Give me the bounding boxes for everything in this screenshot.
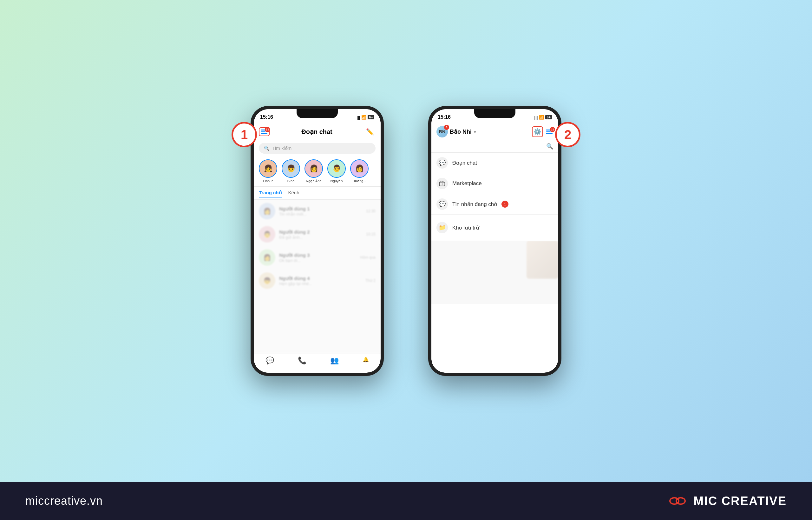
battery-icon-1: 6+ xyxy=(368,115,374,120)
story-item-0[interactable]: 👧 Linh P xyxy=(259,159,277,183)
nav-messages-icon-1: 💬 xyxy=(265,357,274,365)
nav-people-1[interactable]: 👥 xyxy=(330,357,339,370)
status-time-1: 15:16 xyxy=(260,114,273,120)
compose-icon-1: ✏️ xyxy=(366,128,374,135)
app-header-1: 13 Đoạn chat ✏️ xyxy=(254,124,381,140)
story-avatar-4: 👩 xyxy=(350,159,369,178)
story-item-4[interactable]: 👩 Hương... xyxy=(350,159,369,183)
story-avatar-1: 👦 xyxy=(282,159,300,178)
settings-button-2[interactable]: ⚙️ xyxy=(532,126,543,137)
story-item-2[interactable]: 👩 Ngọc Ánh xyxy=(305,159,323,183)
tab-home-1[interactable]: Trang chủ xyxy=(259,188,282,198)
step-number-1: 1 xyxy=(231,122,257,147)
hamburger-icon-2: 13 xyxy=(545,129,553,135)
phone-notch xyxy=(297,109,338,118)
menu-marketplace-icon xyxy=(437,178,448,189)
story-name-3: Nguyễn xyxy=(331,179,343,183)
story-name-4: Hương... xyxy=(353,179,366,183)
wifi-icon-2: 📶 xyxy=(539,115,544,120)
chat-avatar-2: 👩 xyxy=(259,249,275,266)
tabs-row-1: Trang chủ Kênh xyxy=(254,187,381,200)
pending-badge: 1 xyxy=(502,201,508,208)
search-bar-1: 🔍 Tìm kiếm xyxy=(254,140,381,156)
app-header-title-1: Đoạn chat xyxy=(301,128,332,135)
footer-logo-icon xyxy=(668,495,687,507)
hamburger-button-2[interactable]: 13 xyxy=(545,129,553,135)
story-name-2: Ngọc Ánh xyxy=(306,179,321,183)
footer-brand-area: MIC CREATIVE xyxy=(668,494,787,508)
story-name-0: Linh P xyxy=(263,179,273,183)
search-input-1[interactable]: 🔍 Tìm kiếm xyxy=(259,143,375,154)
chat-info-0: Người dùng 1 Tin nhắn mới... xyxy=(279,206,362,216)
bottom-nav-1: 💬 📞 👥 🔔 xyxy=(254,354,381,373)
app-header-2: BN 6 Bảo Nhi ∨ ⚙️ xyxy=(431,124,558,140)
phone-notch-2 xyxy=(474,109,515,118)
hamburger-icon-1: 13 xyxy=(260,129,268,135)
menu-pending-label: Tin nhắn đang chờ xyxy=(452,201,497,208)
wifi-icon-1: 📶 xyxy=(361,115,366,120)
story-item-1[interactable]: 👦 Bình xyxy=(282,159,300,183)
chat-avatar-0: 👩 xyxy=(259,203,275,219)
nav-notifications-1[interactable]: 🔔 xyxy=(363,357,369,370)
tab-channel-1[interactable]: Kênh xyxy=(288,188,300,198)
menu-item-doan-chat[interactable]: 💬 Đoạn chat xyxy=(431,153,558,173)
chat-avatar-3: 👦 xyxy=(259,272,275,289)
search-placeholder-1: Tìm kiếm xyxy=(272,146,291,151)
menu-doan-chat-label: Đoạn chat xyxy=(452,160,477,166)
phone-2: 15:16 ||| 📶 6+ BN 6 Bảo N xyxy=(428,106,561,376)
compose-button-1[interactable]: ✏️ xyxy=(364,126,375,137)
menu-doan-chat-icon: 💬 xyxy=(437,157,448,168)
chevron-down-icon-2: ∨ xyxy=(474,130,476,134)
status-time-2: 15:16 xyxy=(438,114,451,120)
chat-item-1: 👨 Người dùng 2 Đã gửi ảnh... 10:15 xyxy=(254,223,381,246)
signal-icon-2: ||| xyxy=(534,115,538,120)
user-row-2: BN 6 Bảo Nhi ∨ xyxy=(437,126,476,137)
story-avatar-3: 👨 xyxy=(327,159,346,178)
chat-avatar-1: 👨 xyxy=(259,226,275,242)
story-avatar-0: 👧 xyxy=(259,159,277,178)
user-avatar-2: BN 6 xyxy=(437,126,448,137)
menu-pending-icon: 💬 xyxy=(437,199,448,210)
battery-icon-2: 6+ xyxy=(545,115,552,120)
status-icons-2: ||| 📶 6+ xyxy=(534,115,552,120)
nav-messages-1[interactable]: 💬 xyxy=(265,357,274,370)
search-icon-1: 🔍 xyxy=(264,146,269,151)
signal-icon-1: ||| xyxy=(357,115,360,120)
stories-row-1: 👧 Linh P 👦 Bình 👩 Ngọc Ánh 👨 Nguyễn xyxy=(254,156,381,187)
menu-archive-icon: 📁 xyxy=(437,222,448,233)
menu-item-archive[interactable]: 📁 Kho lưu trữ xyxy=(431,217,558,238)
status-icons-1: ||| 📶 6+ xyxy=(357,115,374,120)
menu-item-pending-messages[interactable]: 💬 Tin nhắn đang chờ 1 xyxy=(431,194,558,215)
svg-point-4 xyxy=(676,498,685,504)
nav-calls-icon-1: 📞 xyxy=(298,357,306,365)
chat-info-1: Người dùng 2 Đã gửi ảnh... xyxy=(279,229,362,240)
phone-1: 15:16 ||| 📶 6+ xyxy=(251,106,384,376)
menu-item-marketplace[interactable]: Marketplace xyxy=(431,173,558,194)
username-2: Bảo Nhi xyxy=(450,128,472,135)
menu-archive-label: Kho lưu trữ xyxy=(452,225,479,231)
chat-list-1: 👩 Người dùng 1 Tin nhắn mới... 12:30 👨 N… xyxy=(254,200,381,354)
menu-marketplace-label: Marketplace xyxy=(452,180,482,187)
story-avatar-2: 👩 xyxy=(305,159,323,178)
step-number-2: 2 xyxy=(555,122,581,147)
avatar-notification-badge-2: 6 xyxy=(444,125,449,130)
story-name-1: Bình xyxy=(287,179,295,183)
chat-item-3: 👦 Người dùng 4 Hẹn gặp lại nhé... Thứ 2 xyxy=(254,269,381,292)
search-icon-2[interactable]: 🔍 xyxy=(546,143,553,150)
footer: miccreative.vn MIC CREATIVE xyxy=(0,482,812,520)
hamburger-button-1[interactable]: 13 xyxy=(259,127,270,136)
story-item-3[interactable]: 👨 Nguyễn xyxy=(327,159,346,183)
nav-calls-1[interactable]: 📞 xyxy=(298,357,306,370)
chat-item-2: 👩 Người dùng 3 Ok bạn ơi... Hôm qua xyxy=(254,246,381,269)
chat-item-0: 👩 Người dùng 1 Tin nhắn mới... 12:30 xyxy=(254,200,381,223)
chat-info-3: Người dùng 4 Hẹn gặp lại nhé... xyxy=(279,276,362,286)
footer-brand-text: MIC CREATIVE xyxy=(693,494,787,508)
chat-info-2: Người dùng 3 Ok bạn ơi... xyxy=(279,252,356,263)
hamburger-badge-2: 13 xyxy=(550,127,555,132)
hamburger-badge-1: 13 xyxy=(265,127,270,132)
menu-separator xyxy=(431,216,558,216)
nav-people-icon-1: 👥 xyxy=(330,357,339,365)
nav-notifications-icon-1: 🔔 xyxy=(363,357,369,363)
footer-website: miccreative.vn xyxy=(25,494,103,508)
gear-icon-2: ⚙️ xyxy=(533,128,541,135)
